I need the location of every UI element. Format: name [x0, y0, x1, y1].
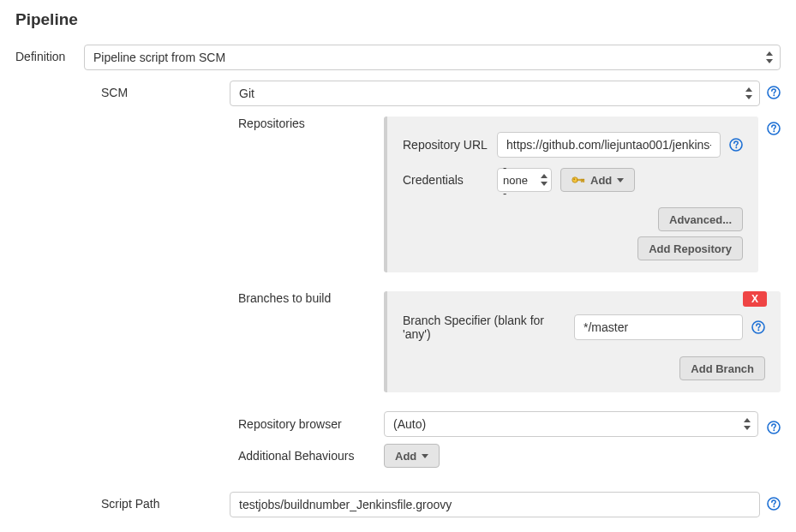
- definition-label: Definition: [15, 45, 84, 63]
- additional-behaviours-add-label: Add: [395, 450, 416, 463]
- branches-label: Branches to build: [238, 291, 375, 305]
- add-repository-button[interactable]: Add Repository: [637, 236, 743, 260]
- page-title: Pipeline: [15, 10, 781, 29]
- help-icon[interactable]: [767, 497, 781, 511]
- help-icon[interactable]: [767, 122, 781, 135]
- chevron-updown-icon: [743, 418, 751, 430]
- lightweight-checkout-label: Lightweight checkout: [101, 528, 230, 532]
- add-branch-button[interactable]: Add Branch: [679, 356, 765, 380]
- definition-row: Definition Pipeline script from SCM: [15, 45, 781, 70]
- definition-select[interactable]: Pipeline script from SCM: [84, 45, 781, 70]
- caret-down-icon: [617, 178, 624, 182]
- credentials-select[interactable]: - none -: [497, 168, 552, 192]
- scm-label: SCM: [101, 81, 230, 99]
- branch-specifier-row: Branch Specifier (blank for 'any'): [403, 314, 765, 341]
- branch-specifier-label: Branch Specifier (blank for 'any'): [403, 314, 566, 341]
- branch-panel: X Branch Specifier (blank for 'any') Add…: [384, 291, 781, 392]
- caret-down-icon: [422, 454, 428, 458]
- scm-select[interactable]: Git: [230, 81, 760, 106]
- repo-browser-value: (Auto): [393, 417, 426, 431]
- chevron-updown-icon: [745, 87, 752, 99]
- credentials-value: - none -: [503, 161, 534, 200]
- repositories-label: Repositories: [238, 117, 375, 130]
- script-path-input[interactable]: [230, 492, 760, 517]
- help-icon[interactable]: [767, 421, 781, 434]
- repo-browser-label: Repository browser: [238, 417, 375, 431]
- credentials-row: Credentials - none - Add: [403, 168, 743, 192]
- additional-behaviours-label: Additional Behaviours: [238, 449, 375, 463]
- repo-url-label: Repository URL: [403, 138, 488, 152]
- repo-url-input[interactable]: [497, 132, 721, 158]
- credentials-add-label: Add: [590, 174, 612, 187]
- scm-value: Git: [239, 87, 254, 100]
- repo-browser-row: Repository browser (Auto): [238, 411, 781, 437]
- repo-browser-select[interactable]: (Auto): [384, 411, 758, 437]
- repo-url-row: Repository URL: [403, 132, 743, 158]
- repositories-block: Repositories Repository URL Credentials …: [238, 117, 781, 284]
- branch-specifier-input[interactable]: [574, 314, 743, 340]
- additional-behaviours-add-button[interactable]: Add: [384, 444, 440, 468]
- repositories-panel: Repository URL Credentials - none - Add …: [384, 117, 758, 272]
- definition-value: Pipeline script from SCM: [93, 51, 225, 64]
- scm-row: SCM Git: [101, 81, 781, 106]
- additional-behaviours-row: Additional Behaviours Add: [238, 444, 781, 468]
- delete-branch-button[interactable]: X: [743, 291, 767, 307]
- advanced-button[interactable]: Advanced...: [658, 207, 743, 231]
- chevron-updown-icon: [765, 51, 773, 63]
- credentials-add-button[interactable]: Add: [560, 168, 635, 192]
- help-icon[interactable]: [767, 86, 781, 99]
- credentials-label: Credentials: [403, 173, 488, 187]
- branches-block: Branches to build X Branch Specifier (bl…: [238, 291, 781, 404]
- script-path-row: Script Path: [101, 492, 781, 517]
- lightweight-checkout-row: Lightweight checkout: [101, 528, 781, 532]
- key-icon: [572, 174, 585, 186]
- help-icon[interactable]: [729, 138, 743, 152]
- chevron-updown-icon: [540, 174, 548, 186]
- script-path-label: Script Path: [101, 492, 230, 511]
- help-icon[interactable]: [751, 320, 765, 334]
